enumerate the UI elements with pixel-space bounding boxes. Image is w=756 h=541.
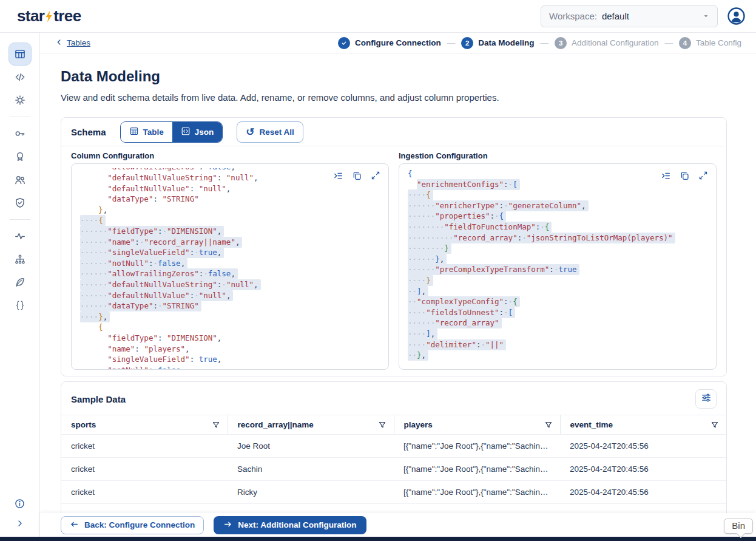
- schema-card: Schema Table Json ↺: [61, 117, 727, 376]
- sidebar-item-api-keys[interactable]: [8, 122, 32, 145]
- step-separator: —: [447, 38, 456, 47]
- back-button[interactable]: Back: Configure Connection: [61, 516, 204, 534]
- step-table-config[interactable]: 4Table Config: [679, 37, 741, 49]
- workspace-label: Workspace:: [549, 11, 597, 21]
- schema-header: Schema Table Json ↺: [61, 118, 726, 146]
- logo-text-star: star: [17, 7, 44, 26]
- filter-icon[interactable]: [710, 421, 726, 429]
- filter-icon[interactable]: [212, 421, 228, 429]
- code-line: "singleValueField": true,: [80, 354, 380, 365]
- sidebar-item-members[interactable]: [8, 168, 32, 191]
- table-cell: cricket: [61, 435, 228, 458]
- copy-icon[interactable]: [680, 171, 690, 181]
- toggle-json-view[interactable]: Json: [172, 122, 223, 142]
- column-settings-button[interactable]: [695, 389, 717, 409]
- sidebar-item-tables[interactable]: [8, 43, 32, 66]
- table-cell: [{"name":"Joe Root"},{"name":"Sachin…: [394, 481, 560, 504]
- code-line: ······},: [408, 254, 707, 265]
- toggle-json-label: Json: [195, 128, 214, 137]
- format-code-icon[interactable]: [333, 171, 343, 181]
- feather-icon: [14, 276, 26, 288]
- editor-actions: [333, 171, 380, 181]
- header-row: sportsrecord_array||nameplayersevent_tim…: [61, 415, 726, 435]
- startree-logo[interactable]: star tree: [17, 7, 81, 26]
- sidebar-nav: [0, 33, 40, 537]
- sidebar-item-code[interactable]: [8, 66, 32, 89]
- step-number: 2: [461, 37, 473, 49]
- toggle-table-view[interactable]: Table: [121, 122, 172, 142]
- code-line: "name": "players",: [80, 344, 380, 355]
- code-line: ··],: [408, 286, 707, 297]
- topology-icon: [14, 253, 26, 265]
- code-line: ······"name":·"record_array||name",: [80, 237, 380, 248]
- sidebar-item-topology[interactable]: [8, 248, 32, 271]
- copy-icon[interactable]: [352, 171, 362, 181]
- arrow-left-icon: [70, 520, 79, 531]
- filter-icon[interactable]: [544, 421, 560, 429]
- sidebar-item-settings[interactable]: [8, 89, 32, 112]
- users-icon: [14, 174, 26, 186]
- code-line: ······"notNull":·false,: [80, 258, 380, 269]
- code-line: ····"delimiter":·"||": [408, 339, 707, 350]
- sidebar-items: [8, 43, 32, 317]
- code-line: "defaultNullValue": "null",: [80, 183, 380, 194]
- sidebar-item-badges[interactable]: [8, 145, 32, 168]
- reset-icon: ↺: [246, 127, 254, 137]
- code-line: ······"enricherType":·"generateColumn",: [408, 200, 707, 211]
- table-cell: cricket: [61, 481, 228, 504]
- toggle-table-label: Table: [143, 128, 164, 137]
- workspace-selector[interactable]: Workspace: default: [541, 5, 718, 27]
- step-data-modeling[interactable]: 2Data Modeling: [461, 37, 534, 49]
- breadcrumb-tables-link[interactable]: Tables: [55, 38, 90, 49]
- json-code: { "enrichmentConfigs":·[····{······"enri…: [408, 168, 707, 361]
- expand-icon[interactable]: [371, 171, 380, 181]
- step-configure-connection[interactable]: Configure Connection: [338, 37, 441, 49]
- code-line: ····{: [80, 215, 380, 226]
- table-cell: Ricky: [228, 481, 394, 504]
- json-code: "allowTrailingZeros": false, "defaultNul…: [80, 168, 380, 370]
- code-line: ········}: [408, 243, 707, 254]
- column-config-editor[interactable]: "allowTrailingZeros": false, "defaultNul…: [71, 163, 389, 370]
- sidebar-item-braces[interactable]: [8, 294, 32, 317]
- format-code-icon[interactable]: [661, 171, 671, 181]
- filter-icon[interactable]: [378, 421, 394, 429]
- table-cell: 2025-04-24T20:45:56: [560, 458, 726, 481]
- editor-actions: [661, 171, 708, 181]
- code-line: "fieldType": "DIMENSION",: [80, 333, 380, 344]
- info-icon[interactable]: [14, 498, 25, 509]
- column-config-title: Column Configuration: [71, 151, 389, 160]
- sidebar-item-security[interactable]: [8, 191, 32, 214]
- caret-down-icon: [703, 13, 709, 19]
- reset-all-button[interactable]: ↺ Reset All: [237, 121, 303, 143]
- step-separator: —: [541, 38, 549, 47]
- sidebar-item-activity[interactable]: [8, 225, 32, 248]
- code-icon: [14, 71, 26, 83]
- user-avatar[interactable]: [727, 7, 745, 25]
- column-header-players: players: [394, 415, 560, 435]
- expand-sidebar-chevron-icon[interactable]: [15, 519, 25, 528]
- code-line: ····}: [408, 275, 707, 286]
- logo-text-tree: tree: [53, 7, 81, 26]
- table-row: cricketSachin[{"name":"Joe Root"},{"name…: [61, 458, 726, 481]
- schema-panels: Column Configuration "allowTrailingZeros…: [61, 146, 726, 376]
- code-line: ····},: [80, 311, 380, 322]
- schema-view-toggle: Table Json: [120, 121, 223, 143]
- next-button[interactable]: Next: Additional Configuration: [214, 516, 366, 534]
- code-line: ······"singleValueField":·true,: [80, 247, 380, 258]
- breadcrumb-row: Tables Configure Connection—2Data Modeli…: [40, 33, 756, 53]
- sidebar-item-feather[interactable]: [8, 271, 32, 294]
- bottom-strip: [0, 537, 756, 541]
- gear-icon: [14, 94, 26, 106]
- code-line: {: [80, 322, 380, 333]
- arrow-right-icon: [223, 520, 232, 531]
- step-additional-configuration[interactable]: 3Additional Configuration: [555, 37, 658, 49]
- ingestion-config-editor[interactable]: { "enrichmentConfigs":·[····{······"enri…: [399, 163, 717, 370]
- bin-tooltip: Bin: [724, 519, 753, 534]
- table-cell: 2025-04-24T20:45:56: [560, 435, 726, 458]
- expand-icon[interactable]: [698, 171, 708, 181]
- column-header-record-array-name: record_array||name: [228, 415, 394, 435]
- braces-icon: [14, 299, 26, 311]
- code-line: ······"record_array": [408, 318, 707, 328]
- table-row: cricketRicky[{"name":"Joe Root"},{"name"…: [61, 481, 726, 504]
- top-bar: star tree Workspace: default: [0, 0, 756, 33]
